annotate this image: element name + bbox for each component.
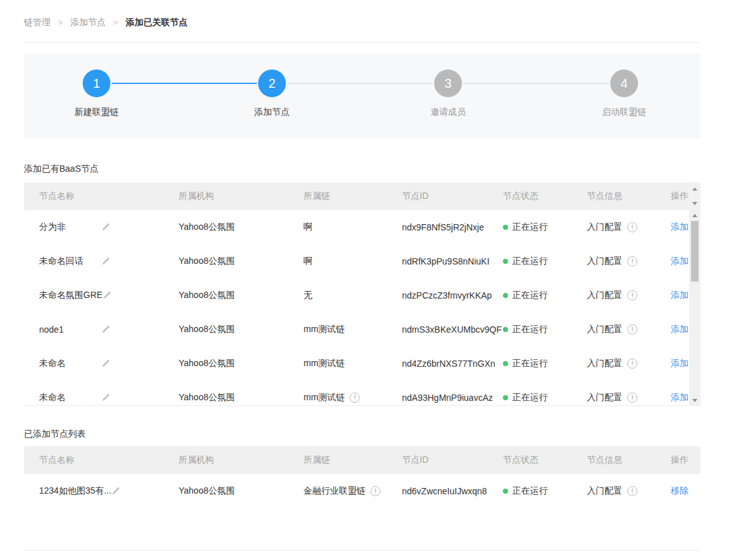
breadcrumb: 链管理>添加节点>添加已关联节点 (24, 0, 700, 29)
status-dot-icon (503, 489, 508, 494)
row-action-link[interactable]: 添加 (671, 392, 688, 403)
column-header: 操作 (671, 191, 689, 202)
info-circle-icon[interactable]: ! (370, 486, 381, 496)
row-action-link[interactable]: 添加 (671, 290, 688, 301)
chain-name: mm测试链 (304, 358, 345, 369)
step-circle-1: 1 (83, 69, 110, 97)
step-label: 启动联盟链 (580, 107, 668, 118)
node-name: 未命名 (39, 358, 101, 369)
org-name: Yahoo8公氛围 (179, 256, 235, 267)
table-row: 1234如他图35有...Yahoo8公氛围金融行业联盟链!nd6vZwcneI… (24, 474, 700, 508)
row-action-link[interactable]: 添加 (671, 256, 688, 267)
edit-pencil-icon[interactable] (101, 257, 110, 266)
org-name: Yahoo8公氛围 (179, 290, 235, 301)
step-connector (463, 83, 609, 84)
step-connector (287, 83, 433, 84)
body-scrollbar[interactable] (689, 210, 700, 406)
status-dot-icon (503, 327, 508, 332)
page: 链管理>添加节点>添加已关联节点 1新建联盟链2添加节点3邀请成员4启动联盟链 … (0, 0, 756, 553)
status-text: 正在运行 (512, 485, 548, 497)
status-text: 正在运行 (512, 222, 548, 233)
node-info-text: 入门配置 (587, 290, 622, 301)
edit-pencil-icon[interactable] (102, 291, 111, 300)
step-circle-3: 3 (434, 69, 462, 97)
status-dot-icon (503, 259, 508, 264)
table-row: 未命名Yahoo8公氛围mm测试链!ndA93HgMnP9iuavcAz正在运行… (24, 381, 689, 406)
column-header: 节点信息 (587, 455, 671, 466)
edit-pencil-icon[interactable] (101, 359, 110, 368)
divider (24, 42, 700, 43)
scrollbar-thumb[interactable] (691, 221, 699, 282)
org-name: Yahoo8公氛围 (179, 324, 235, 335)
org-name: Yahoo8公氛围 (179, 485, 235, 497)
chain-name: mm测试链 (304, 392, 345, 403)
status-dot-icon (503, 395, 508, 400)
table-body: 1234如他图35有...Yahoo8公氛围金融行业联盟链!nd6vZwcneI… (24, 474, 700, 550)
status-dot-icon (503, 225, 508, 230)
scroll-down-icon[interactable] (692, 202, 697, 205)
info-circle-icon[interactable]: ! (627, 222, 637, 232)
step-label: 新建联盟链 (52, 107, 141, 118)
node-info-text: 入门配置 (587, 358, 622, 369)
step-label: 添加节点 (228, 107, 316, 118)
node-name: node1 (39, 324, 101, 335)
edit-pencil-icon[interactable] (101, 393, 110, 402)
table-row: 未命名回话Yahoo8公氛围啊ndRfK3pPu9S8nNiuKI正在运行入门配… (24, 244, 689, 278)
vertical-scrollbar[interactable] (689, 182, 700, 406)
step-circle-2: 2 (258, 69, 286, 97)
table-row: node1Yahoo8公氛围mm测试链ndmS3xBKeXUMbcv9QF正在运… (24, 312, 689, 347)
scroll-up-icon[interactable] (692, 214, 697, 217)
chain-name: mm测试链 (304, 324, 345, 335)
node-id: nd6vZwcneIuIJwxqn8 (402, 486, 487, 496)
node-info-text: 入门配置 (587, 392, 622, 403)
row-action-link[interactable]: 添加 (671, 324, 688, 335)
column-header: 所属机构 (179, 191, 304, 202)
column-header: 操作 (671, 455, 700, 466)
info-circle-icon[interactable]: ! (627, 359, 637, 369)
column-header: 所属链 (304, 191, 402, 202)
scroll-up-icon[interactable] (692, 187, 697, 191)
edit-pencil-icon[interactable] (101, 223, 110, 232)
section-title-added: 已添加节点列表 (24, 429, 700, 440)
status-text: 正在运行 (512, 256, 548, 267)
info-circle-icon[interactable]: ! (627, 393, 637, 403)
status-text: 正在运行 (512, 290, 548, 301)
row-action-link[interactable]: 添加 (671, 222, 688, 233)
info-circle-icon[interactable]: ! (627, 256, 637, 266)
org-name: Yahoo8公氛围 (179, 358, 235, 369)
node-id: ndRfK3pPu9S8nNiuKI (402, 256, 490, 266)
info-circle-icon[interactable]: ! (627, 324, 637, 335)
info-circle-icon[interactable]: ! (627, 290, 637, 300)
node-id: ndmS3xBKeXUMbcv9QF (402, 324, 502, 335)
column-header: 节点ID (402, 455, 503, 466)
node-info-text: 入门配置 (587, 324, 622, 335)
scroll-down-icon[interactable] (692, 399, 697, 402)
node-id: ndx9F8NfS5jR2jNxje (402, 222, 484, 232)
column-header: 节点ID (402, 191, 503, 202)
chain-name: 啊 (304, 222, 312, 233)
step-label: 邀请成员 (404, 107, 492, 118)
breadcrumb-separator: > (114, 18, 119, 27)
status-text: 正在运行 (512, 392, 548, 403)
node-name: 未命名氛围GRE (39, 290, 102, 301)
chain-name: 无 (304, 290, 312, 301)
breadcrumb-item[interactable]: 链管理 (24, 17, 50, 27)
org-name: Yahoo8公氛围 (179, 222, 235, 233)
section-title-available: 添加已有BaaS节点 (24, 164, 700, 175)
column-header: 节点状态 (503, 191, 587, 202)
row-action-link[interactable]: 移除 (671, 485, 688, 497)
column-header: 节点名称 (39, 455, 179, 466)
breadcrumb-separator: > (58, 18, 63, 27)
breadcrumb-item: 添加已关联节点 (126, 17, 187, 27)
status-text: 正在运行 (512, 324, 548, 335)
edit-pencil-icon[interactable] (111, 487, 120, 496)
info-circle-icon[interactable]: ! (350, 393, 360, 403)
status-text: 正在运行 (512, 358, 548, 369)
row-action-link[interactable]: 添加 (671, 358, 688, 369)
node-name: 未命名回话 (39, 256, 101, 267)
node-name: 分为非 (39, 222, 101, 233)
edit-pencil-icon[interactable] (101, 325, 110, 334)
info-circle-icon[interactable]: ! (627, 486, 637, 496)
breadcrumb-item[interactable]: 添加节点 (71, 17, 106, 27)
table-row: 未命名氛围GREYahoo8公氛围无ndzPCzcZ3fmvyrKKAp正在运行… (24, 278, 689, 312)
